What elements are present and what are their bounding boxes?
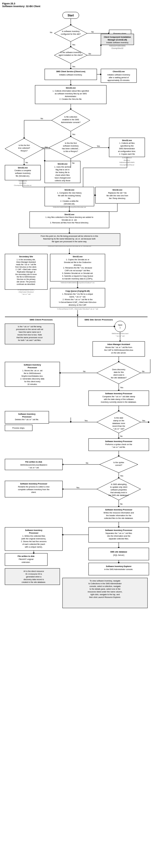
svg-text:with the date stamp of the sof: with the date stamp of the software: [104, 398, 134, 401]
svg-text:2. Creates the Sinv.his file.: 2. Creates the Sinv.his file.: [59, 98, 82, 100]
svg-marker-225: [97, 411, 141, 433]
svg-text:client exist in: client exist in: [113, 374, 124, 376]
svg-text:Replaces the old *.his: Replaces the old *.his: [108, 192, 127, 194]
svg-text:Sinv.box on the primary: Sinv.box on the primary: [17, 278, 36, 280]
svg-text:No: No: [142, 370, 145, 372]
svg-text:moves from box to box. Note: moves from box to box. Note: [17, 334, 42, 336]
svg-text:to update only client: to update only client: [110, 486, 127, 488]
svg-text:database more: database more: [112, 423, 125, 424]
svg-text:Initiates software inventory.: Initiates software inventory.: [59, 74, 82, 76]
svg-text:No: No: [50, 31, 52, 33]
svg-text:1. Writes the collected files: 1. Writes the collected files: [22, 535, 45, 537]
svg-text:SMS site database: SMS site database: [110, 551, 127, 553]
svg-text:Sinv32.exe: Sinv32.exe: [66, 87, 76, 89]
svg-text:1. Compares the new history: 1. Compares the new history: [57, 192, 82, 194]
svg-text:reads the *.sic or *.sid file: reads the *.sic or *.sid file: [16, 264, 36, 266]
svg-text:file types are processed in th: file types are processed in the same way…: [52, 241, 87, 243]
svg-text:that the same processes occur: that the same processes occur: [17, 337, 43, 339]
svg-text:<SiteCode>\Sinvbox\: <SiteCode>\Sinvbox\: [18, 291, 34, 293]
svg-text:Separates the *.sic or *.sid f: Separates the *.sic or *.sid files: [106, 532, 132, 534]
svg-text:1: 1: [120, 327, 121, 329]
svg-text:No: No: [120, 503, 123, 505]
svg-text:2. Moves the *.sic or *.sid fi: 2. Moves the *.sic or *.sid file to the: [62, 299, 93, 301]
svg-text:1. Moves the .sic or .sid: 1. Moves the .sic or .sid: [22, 370, 43, 372]
svg-text:Initiates software inventory: Initiates software inventory: [107, 74, 130, 76]
svg-text:generated when a: generated when a: [26, 576, 42, 578]
page: Figure 25.3 Software Inventory: 32-Bit C…: [0, 0, 153, 868]
svg-text:2. Stores the last five versio: 2. Stores the last five versions: [21, 540, 47, 542]
svg-text:the header information for the: the header information for the: [106, 515, 131, 517]
svg-text:1. Collects all files: 1. Collects all files: [119, 142, 135, 144]
svg-text:ID. A resource ID is: ID. A resource ID is: [26, 573, 42, 575]
svg-text:No: No: [91, 31, 94, 33]
svg-text:## is the direct resource: ## is the direct resource: [24, 570, 44, 572]
svg-text:Is this the first: Is this the first: [19, 144, 30, 146]
svg-text:%WinDir%\MS\SMS\Clcomp\Sinv\Si: %WinDir%\MS\SMS\Clcomp\Sinv\Sinvdat.sic …: [48, 245, 91, 247]
svg-text:file (Sinvdat.sic).: file (Sinvdat.sic).: [16, 175, 30, 177]
svg-text:Is the software inventory: Is the software inventory: [60, 52, 81, 54]
svg-text:the CAP to SMS\Inboxes\Sinv.bo: the CAP to SMS\Inboxes\Sinv.box: [104, 349, 133, 351]
svg-text:Sinvdat.sic or .sid.: Sinvdat.sic or .sid.: [62, 219, 77, 221]
svg-text:*.sic or *.sid file.: *.sic or *.sid file.: [112, 446, 126, 448]
svg-text:4. Submits a request to Copy Q: 4. Submits a request to Copy Queue: [62, 275, 93, 277]
svg-text:after a waiting period of: after a waiting period of: [109, 76, 129, 79]
svg-text:Client Component Installation: Client Component Installation: [104, 36, 131, 38]
svg-text:(with the original extensions): (with the original extensions).: [21, 538, 46, 540]
svg-text:Performs a syntax check on the: Performs a syntax check on the: [105, 443, 132, 445]
svg-text:name, *.sic or *.sid.: name, *.sic or *.sid.: [69, 296, 86, 298]
svg-text:1. Uses the archive: 1. Uses the archive: [54, 166, 71, 168]
svg-text:Sinv32.exe: Sinv32.exe: [73, 256, 82, 257]
svg-text:Is the syntax: Is the syntax: [113, 462, 124, 464]
svg-text:Process stops.: Process stops.: [12, 427, 25, 429]
svg-text:Administrator console?: Administrator console?: [61, 121, 80, 123]
svg-text:Sinv32.exe: Sinv32.exe: [112, 189, 122, 191]
svg-text:*.sic or *.sid?: *.sic or *.sid?: [113, 428, 125, 430]
svg-text:Processor: Processor: [28, 367, 37, 369]
sms-site-server: SMS Site Server Processes: [84, 318, 113, 321]
svg-text:10 minutes.: 10 minutes.: [27, 383, 37, 385]
svg-text:recent than the: recent than the: [112, 425, 125, 427]
svg-text:into the information and the: into the information and the: [107, 535, 130, 537]
svg-text:Software Inventory Processor: Software Inventory Processor: [105, 529, 132, 531]
figure-title: Figure 25.3 Software Inventory: 32-Bit C…: [2, 2, 151, 8]
svg-text:Does discovery: Does discovery: [112, 369, 125, 371]
svg-text:check which files: check which files: [55, 174, 70, 176]
svg-text:client.: client.: [31, 491, 36, 493]
svg-text:Moves the *.sic or *.sid file : Moves the *.sic or *.sid file from: [105, 346, 132, 348]
svg-text:discovery data record is: discovery data record is: [24, 579, 44, 581]
svg-text:have changed and: have changed and: [55, 177, 71, 179]
svg-text:Input: Input: [118, 324, 122, 326]
svg-text:No: No: [41, 118, 43, 120]
svg-text:on the site server.: on the site server.: [111, 352, 126, 354]
svg-text:Restarts the process to collec: Restarts the process to collect a new: [18, 486, 50, 488]
svg-text:Sinv32.exe: Sinv32.exe: [122, 140, 132, 141]
svg-point-174: [114, 321, 126, 332]
svg-text:Software Inventory Processor: Software Inventory Processor: [105, 440, 132, 443]
svg-text:Is SMS attempting: Is SMS attempting: [111, 483, 126, 486]
svg-text:Inbox Manager Assistant: Inbox Manager Assistant: [16, 261, 36, 263]
svg-text:file.: file.: [68, 197, 71, 199]
svg-text:inventory currently stored in : inventory currently stored in the databa…: [101, 401, 136, 403]
svg-text:Sinv32.exe: Sinv32.exe: [65, 214, 74, 215]
svg-text:1. Copies the Sinvdat.sic or: 1. Copies the Sinvdat.sic or: [66, 259, 90, 261]
svg-text:for this client every: for this client every: [24, 380, 41, 383]
svg-text:the secondary site to move: the secondary site to move: [15, 273, 37, 276]
svg-text:Sinvdat.sid file to the Outbox: Sinvdat.sid file to the Outbox\inv: [64, 261, 91, 263]
svg-text:the SMS site database?: the SMS site database?: [108, 494, 129, 496]
svg-text:configured for this site?: configured for this site?: [61, 33, 81, 35]
svg-text:complete software inventory fr: complete software inventory from the: [18, 489, 50, 491]
svg-text:is this a Resync?: is this a Resync?: [63, 150, 78, 153]
svg-text:Resync?: Resync?: [21, 150, 28, 152]
svg-text:From this point on, the file b: From this point on, the file being proce…: [41, 235, 98, 237]
svg-text:Compares the *.sic or *.sid da: Compares the *.sic or *.sid date stamp: [102, 396, 135, 398]
svg-text:of each collected file (each: of each collected file (each: [23, 543, 45, 546]
svg-text:Sinphm.box\Datadsc.box.: Sinphm.box\Datadsc.box.: [21, 375, 43, 377]
svg-text:File written to disk: File written to disk: [18, 555, 34, 557]
svg-text:Software Inventory: Software Inventory: [18, 413, 35, 415]
svg-text:stamp on the: stamp on the: [113, 420, 125, 422]
svg-text:Replication Manager at: Replication Manager at: [17, 271, 35, 273]
start-label: Start: [68, 14, 74, 17]
svg-text:for both *.sic and *.sid files: for both *.sic and *.sid files.: [18, 339, 41, 341]
svg-text:have the same name as it: have the same name as it: [19, 331, 41, 333]
svg-text:Yes: Yes: [72, 44, 75, 45]
